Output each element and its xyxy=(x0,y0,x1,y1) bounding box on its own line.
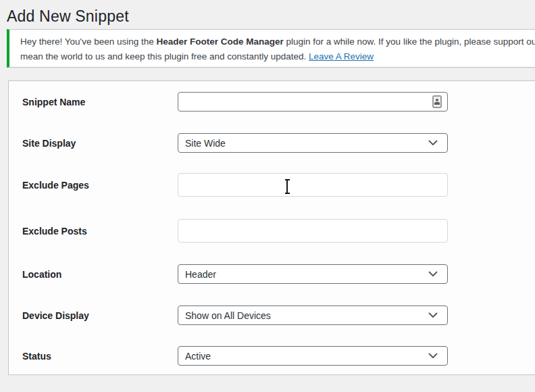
leave-a-review-link[interactable]: Leave A Review xyxy=(309,51,374,62)
chevron-down-icon xyxy=(428,271,438,277)
notice-text: Hey there! You've been using the xyxy=(20,36,156,47)
chevron-down-icon xyxy=(428,353,438,359)
form-row-exclude-pages: Exclude Pages xyxy=(22,173,535,197)
plugin-name: Header Footer Code Manager xyxy=(156,36,283,47)
field-label: Exclude Posts xyxy=(22,226,178,237)
chevron-down-icon xyxy=(428,140,438,146)
field-label: Site Display xyxy=(22,138,178,149)
field-label: Status xyxy=(22,351,178,362)
form-row-location: Location Header xyxy=(22,264,535,284)
page-title: Add New Snippet xyxy=(7,7,129,26)
review-notice: Hey there! You've been using the Header … xyxy=(7,29,535,68)
field-label: Snippet Name xyxy=(22,97,178,107)
notice-line-1: Hey there! You've been using the Header … xyxy=(20,34,535,49)
exclude-pages-input[interactable] xyxy=(178,173,448,197)
field-label: Exclude Pages xyxy=(22,180,178,191)
select-value: Show on All Devices xyxy=(185,310,271,321)
form-row-device-display: Device Display Show on All Devices xyxy=(22,305,535,325)
notice-text: mean the world to us and keep this plugi… xyxy=(20,51,309,62)
location-select[interactable]: Header xyxy=(178,264,448,284)
field-label: Location xyxy=(22,269,178,280)
chevron-down-icon xyxy=(428,312,438,318)
select-value: Header xyxy=(185,269,216,280)
notice-text: plugin for a while now. If you like the … xyxy=(284,36,535,47)
form-row-status: Status Active xyxy=(22,346,535,366)
form-row-site-display: Site Display Site Wide xyxy=(22,133,535,153)
add-new-snippet-page: Add New Snippet Hey there! You've been u… xyxy=(0,0,535,392)
field-label: Device Display xyxy=(22,310,178,321)
text-cursor-icon xyxy=(286,180,288,193)
select-value: Active xyxy=(185,351,211,362)
form-row-exclude-posts: Exclude Posts xyxy=(22,219,535,243)
select-value: Site Wide xyxy=(185,138,226,149)
site-display-select[interactable]: Site Wide xyxy=(178,133,448,153)
status-select[interactable]: Active xyxy=(178,346,448,366)
autofill-contact-icon[interactable] xyxy=(432,95,442,108)
snippet-name-input[interactable] xyxy=(178,92,448,112)
snippet-form: Snippet Name Site Display Site Wide Excl… xyxy=(8,80,535,375)
device-display-select[interactable]: Show on All Devices xyxy=(178,305,448,325)
exclude-posts-input[interactable] xyxy=(178,219,448,243)
notice-line-2: mean the world to us and keep this plugi… xyxy=(20,49,535,64)
form-row-snippet-name: Snippet Name xyxy=(22,92,535,112)
